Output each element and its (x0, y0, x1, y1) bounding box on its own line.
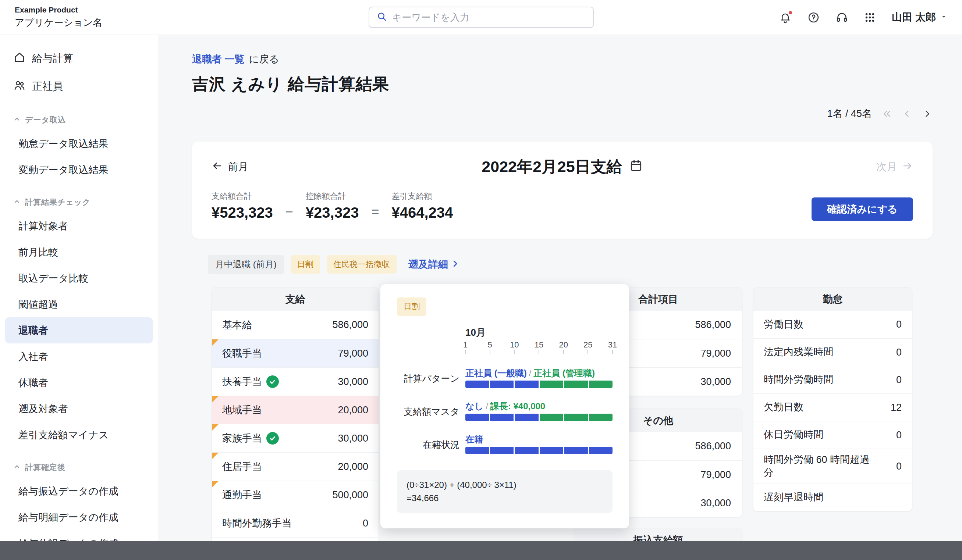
timeline-bar (465, 381, 613, 388)
sidebar-item-calc-targets[interactable]: 計算対象者 (0, 213, 158, 239)
sidebar-item-retirees[interactable]: 退職者 (5, 317, 153, 343)
pagination-count: 1名 / 45名 (827, 107, 872, 120)
sidebar-item-label: 正社員 (32, 79, 63, 93)
prev-month-label: 前月 (228, 160, 248, 174)
popup-row-pay-master: 支給額マスタ なし/課長: ¥40,000 (397, 402, 613, 421)
tick-label: 31 (608, 340, 617, 350)
sidebar-section-calc-check[interactable]: 計算結果チェック (0, 191, 158, 213)
row-value: 586,000 (695, 441, 731, 452)
table-row: 時間外労働時間 0 (754, 366, 912, 393)
first-page-icon[interactable] (881, 108, 892, 119)
segment-a-label: なし (465, 401, 483, 411)
user-menu[interactable]: 山田 太郎 (892, 10, 947, 24)
chevron-up-icon (13, 198, 21, 207)
pay-date: 2022年2月25日支給 (481, 156, 643, 178)
timeline-ticks: 1 5 10 15 20 25 31 (465, 340, 613, 350)
sidebar-item-negative-pay[interactable]: 差引支給額マイナス (0, 422, 158, 448)
people-icon (13, 79, 26, 94)
resident-tax-badge: 住民税一括徴収 (327, 255, 397, 274)
row-value: 79,000 (701, 348, 731, 359)
home-icon (13, 51, 26, 66)
result-tables: 支給 基本給 586,000 役職手当 79,000 扶養手当 (211, 284, 933, 560)
popup-row-label: 支給額マスタ (397, 406, 460, 418)
popup-month-label: 10月 (465, 327, 613, 338)
pay-date-label: 2022年2月25日支給 (481, 156, 622, 178)
sidebar-item-transfer-data[interactable]: 給与振込データの作成 (0, 478, 158, 504)
row-value: 500,000 (332, 489, 368, 501)
prev-month-link[interactable]: 前月 (211, 160, 248, 174)
table-row[interactable]: 扶養手当 30,000 (212, 367, 379, 396)
chevron-up-icon (13, 116, 21, 125)
sidebar-item-prev-month-compare[interactable]: 前月比較 (0, 239, 158, 265)
confirm-button[interactable]: 確認済みにする (812, 198, 913, 221)
arrow-left-icon (211, 160, 223, 174)
table-row[interactable]: 住居手当 20,000 (212, 452, 379, 481)
section-title-label: データ取込 (25, 115, 66, 125)
daily-proration-badge: 日割 (397, 298, 426, 316)
attendance-table: 勤怠 労働日数 0 法定内残業時間 0 時間外労働時間 0 欠勤日数 (753, 287, 912, 512)
retroactive-detail-link[interactable]: 遡及詳細 (408, 258, 459, 271)
brand-block: Example Product アプリケーション名 (15, 5, 102, 29)
apps-grid-icon[interactable] (864, 12, 876, 23)
daily-proration-badge: 日割 (291, 255, 320, 274)
headset-icon[interactable] (836, 11, 848, 24)
mid-month-retirement-badge: 月中退職 (前月) (208, 255, 284, 274)
arrow-right-icon (902, 160, 913, 174)
pay-summary-card: 前月 2022年2月25日支給 次月 (192, 142, 933, 239)
table-row[interactable]: 基本給 586,000 (212, 311, 379, 339)
timeline-tickmarks (465, 350, 613, 355)
chevron-up-icon (13, 463, 21, 472)
table-row: 欠勤日数 12 (754, 393, 912, 421)
help-icon[interactable] (807, 11, 820, 24)
app-window: Example Product アプリケーション名 山田 (0, 0, 962, 560)
total-value: ¥464,234 (392, 204, 453, 221)
sidebar-item-threshold-exceeded[interactable]: 閾値超過 (0, 291, 158, 317)
sidebar-item-on-leave[interactable]: 休職者 (0, 370, 158, 396)
table-row[interactable]: 家族手当 30,000 (212, 424, 379, 452)
breadcrumb-suffix: に戻る (249, 53, 279, 65)
row-label: 欠勤日数 (764, 401, 804, 414)
sidebar-item-new-hires[interactable]: 入社者 (0, 343, 158, 370)
row-value: 20,000 (338, 404, 368, 416)
calendar-icon[interactable] (629, 158, 643, 176)
sidebar-section-data-import[interactable]: データ取込 (0, 109, 158, 130)
notifications-bell-icon[interactable] (779, 11, 791, 24)
main-content: 退職者 一覧 に戻る 吉沢 えみり 給与計算結果 1名 / 45名 (158, 35, 962, 560)
section-title-label: 計算確定後 (25, 462, 66, 473)
row-value: 79,000 (701, 469, 731, 481)
formula-line2: =34,666 (407, 492, 603, 505)
sidebar-item-retroactive[interactable]: 遡及対象者 (0, 396, 158, 422)
tick-label: 15 (534, 340, 543, 350)
tick-label: 25 (583, 340, 592, 350)
row-label: 扶養手当 (222, 375, 262, 388)
back-to-list-link[interactable]: 退職者 一覧 (192, 53, 245, 65)
global-search[interactable] (369, 6, 594, 28)
minus-operator: − (286, 204, 293, 221)
row-value: 0 (896, 374, 902, 386)
row-value: 12 (891, 402, 902, 413)
table-row[interactable]: 役職手当 79,000 (212, 339, 379, 367)
next-month-link[interactable]: 次月 (876, 160, 913, 174)
search-input[interactable] (392, 12, 586, 23)
total-deduction: 控除額合計 ¥23,323 (306, 191, 359, 221)
app-name: アプリケーション名 (15, 16, 102, 29)
sidebar-item-attendance-import[interactable]: 勤怠データ取込結果 (0, 130, 158, 157)
table-row[interactable]: 通勤手当 500,000 (212, 481, 379, 509)
sidebar-section-after-fix[interactable]: 計算確定後 (0, 457, 158, 478)
sidebar-item-import-compare[interactable]: 取込データ比較 (0, 265, 158, 291)
sidebar-item-payroll[interactable]: 給与計算 (0, 45, 158, 72)
formula-line1: (0÷31×20) + (40,000÷ 3×11) (407, 478, 603, 492)
prev-page-icon[interactable] (902, 108, 912, 119)
next-page-icon[interactable] (922, 108, 933, 119)
table-row[interactable]: 地域手当 20,000 (212, 396, 379, 424)
sidebar-item-employees[interactable]: 正社員 (0, 72, 158, 100)
table-row[interactable]: 時間外勤務手当 0 (212, 509, 379, 537)
row-value: 0 (896, 347, 902, 358)
sidebar-item-payslip-data[interactable]: 給与明細データの作成 (0, 504, 158, 530)
status-tags-row: 月中退職 (前月) 日割 住民税一括徴収 遡及詳細 (208, 255, 933, 274)
total-value: ¥23,323 (306, 204, 359, 221)
sidebar-item-variable-import[interactable]: 変動データ取込結果 (0, 157, 158, 183)
segment-b-label: 課長: ¥40,000 (491, 401, 545, 411)
payment-table-header: 支給 (212, 288, 379, 311)
row-value: 30,000 (701, 376, 731, 388)
